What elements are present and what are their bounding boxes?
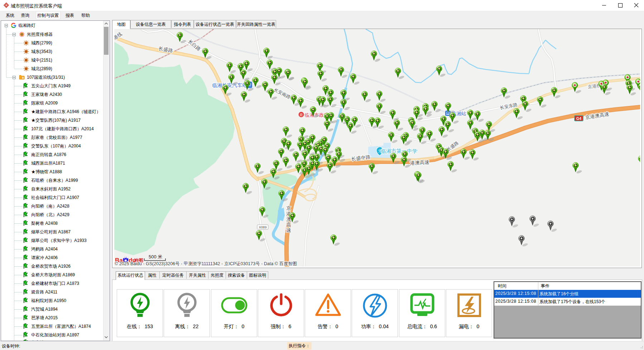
svg-text:X089: X089 bbox=[259, 225, 266, 229]
svg-text:京: 京 bbox=[286, 205, 291, 211]
svg-text:府: 府 bbox=[300, 113, 303, 117]
svg-text:临湘长安汽车站: 临湘长安汽车站 bbox=[212, 82, 247, 88]
svg-text:© 2025 Baidu - GS(2023)3206号 -: © 2025 Baidu - GS(2023)3206号 - 甲测资字11111… bbox=[115, 261, 297, 266]
svg-text:500 米: 500 米 bbox=[149, 254, 162, 259]
svg-text:港澳高速: 港澳高速 bbox=[409, 160, 429, 166]
svg-text:G4: G4 bbox=[576, 116, 581, 121]
svg-text:速: 速 bbox=[286, 228, 291, 233]
svg-text:高: 高 bbox=[286, 222, 291, 228]
svg-text:临湘市第一中学: 临湘市第一中学 bbox=[381, 148, 417, 154]
